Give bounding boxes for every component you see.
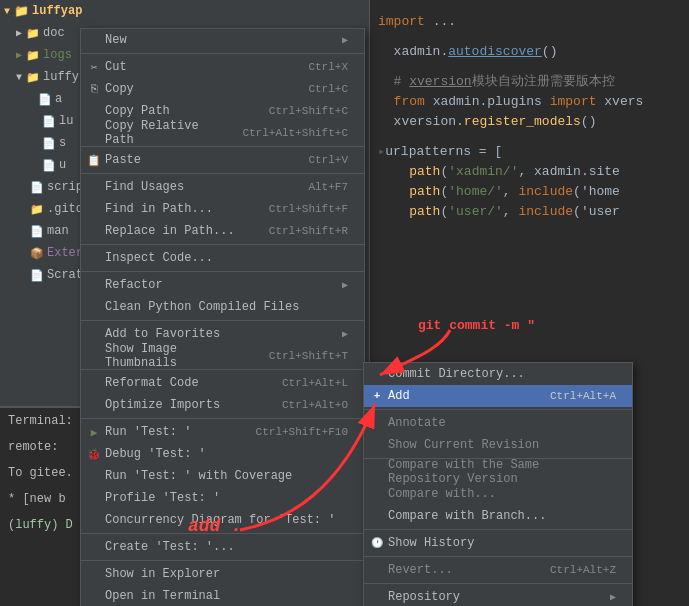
- git-submenu: Commit Directory... + Add Ctrl+Alt+A Ann…: [363, 362, 633, 606]
- menu-item-run-test[interactable]: ▶ Run 'Test: ' Ctrl+Shift+F10: [81, 421, 364, 443]
- menu-separator: [81, 418, 364, 419]
- menu-label: Copy Path: [105, 104, 170, 118]
- menu-label: Show Image Thumbnails: [105, 342, 249, 370]
- folder-icon: 📁: [30, 203, 44, 216]
- code-line: import ...: [370, 8, 689, 32]
- file-icon: 📄: [42, 159, 56, 172]
- menu-item-copy[interactable]: ⎘ Copy Ctrl+C: [81, 78, 364, 100]
- menu-item-revert[interactable]: Revert... Ctrl+Alt+Z: [364, 559, 632, 581]
- debug-icon: 🐞: [85, 448, 103, 461]
- shortcut-label: Ctrl+V: [308, 154, 348, 166]
- menu-label: Create 'Test: '...: [105, 540, 235, 554]
- git-commit-annotation: git commit -m ": [418, 318, 535, 333]
- code-line: from xadmin.plugins import xvers: [370, 92, 689, 112]
- menu-item-copy-relative-path[interactable]: Copy Relative Path Ctrl+Alt+Shift+C: [81, 122, 364, 144]
- menu-label: Find in Path...: [105, 202, 213, 216]
- menu-label: Clean Python Compiled Files: [105, 300, 299, 314]
- file-icon: 📄: [30, 181, 44, 194]
- menu-item-debug-test[interactable]: 🐞 Debug 'Test: ': [81, 443, 364, 465]
- shortcut-label: Ctrl+Shift+C: [269, 105, 348, 117]
- menu-label: Repository: [388, 590, 460, 604]
- folder-icon: 📁: [26, 49, 40, 62]
- folder-icon: 📁: [26, 27, 40, 40]
- menu-item-run-coverage[interactable]: Run 'Test: ' with Coverage: [81, 465, 364, 487]
- menu-item-add[interactable]: + Add Ctrl+Alt+A: [364, 385, 632, 407]
- menu-label: Inspect Code...: [105, 251, 213, 265]
- menu-label: Show History: [388, 536, 474, 550]
- menu-item-create-test[interactable]: Create 'Test: '...: [81, 536, 364, 558]
- menu-item-replace-in-path[interactable]: Replace in Path... Ctrl+Shift+R: [81, 220, 364, 242]
- menu-item-optimize-imports[interactable]: Optimize Imports Ctrl+Alt+O: [81, 394, 364, 416]
- menu-separator: [81, 244, 364, 245]
- shortcut-label: Ctrl+X: [308, 61, 348, 73]
- root-icon: 📁: [14, 4, 29, 19]
- menu-label: Run 'Test: ' with Coverage: [105, 469, 292, 483]
- menu-item-repository[interactable]: Repository ▶: [364, 586, 632, 606]
- menu-item-find-in-path[interactable]: Find in Path... Ctrl+Shift+F: [81, 198, 364, 220]
- code-line: path('user/', include('user: [370, 202, 689, 222]
- menu-item-show-thumbnails[interactable]: Show Image Thumbnails Ctrl+Shift+T: [81, 345, 364, 367]
- menu-item-show-history[interactable]: 🕐 Show History: [364, 532, 632, 554]
- menu-label: Replace in Path...: [105, 224, 235, 238]
- menu-label: New: [105, 33, 127, 47]
- file-icon: 📄: [30, 269, 44, 282]
- menu-label: Open in Terminal: [105, 589, 220, 603]
- code-line: xversion.register_models(): [370, 112, 689, 132]
- file-tree-root[interactable]: ▼ 📁 luffyap: [0, 0, 369, 22]
- menu-item-annotate[interactable]: Annotate: [364, 412, 632, 434]
- folder-icon: 📁: [26, 71, 40, 84]
- menu-item-refactor[interactable]: Refactor ▶: [81, 274, 364, 296]
- menu-item-show-in-explorer[interactable]: Show in Explorer: [81, 563, 364, 585]
- menu-label: Show Current Revision: [388, 438, 539, 452]
- submenu-arrow-icon: ▶: [342, 328, 348, 340]
- run-icon: ▶: [85, 426, 103, 439]
- menu-item-profile-test[interactable]: Profile 'Test: ': [81, 487, 364, 509]
- menu-item-find-usages[interactable]: Find Usages Alt+F7: [81, 176, 364, 198]
- menu-item-paste[interactable]: 📋 Paste Ctrl+V: [81, 149, 364, 171]
- shortcut-label: Ctrl+Alt+A: [550, 390, 616, 402]
- file-icon: 📄: [42, 115, 56, 128]
- menu-separator: [81, 53, 364, 54]
- menu-item-clean-py[interactable]: Clean Python Compiled Files: [81, 296, 364, 318]
- shortcut-label: Ctrl+Alt+O: [282, 399, 348, 411]
- menu-item-show-current-revision[interactable]: Show Current Revision: [364, 434, 632, 456]
- menu-item-compare-same-repo[interactable]: Compare with the Same Repository Version: [364, 461, 632, 483]
- submenu-arrow-icon: ▶: [342, 279, 348, 291]
- shortcut-label: Ctrl+Shift+F10: [256, 426, 348, 438]
- menu-item-new[interactable]: New ▶: [81, 29, 364, 51]
- menu-label: Compare with Branch...: [388, 509, 546, 523]
- menu-label: Debug 'Test: ': [105, 447, 206, 461]
- menu-label: Paste: [105, 153, 141, 167]
- menu-item-commit-dir[interactable]: Commit Directory...: [364, 363, 632, 385]
- menu-item-inspect-code[interactable]: Inspect Code...: [81, 247, 364, 269]
- history-icon: 🕐: [368, 537, 386, 549]
- menu-label: Show in Explorer: [105, 567, 220, 581]
- submenu-arrow-icon: ▶: [610, 591, 616, 603]
- menu-item-reformat-code[interactable]: Reformat Code Ctrl+Alt+L: [81, 372, 364, 394]
- menu-separator: [81, 271, 364, 272]
- code-line: ▸urlpatterns = [: [370, 142, 689, 162]
- submenu-arrow-icon: ▶: [342, 34, 348, 46]
- menu-separator: [81, 320, 364, 321]
- shortcut-label: Ctrl+Alt+L: [282, 377, 348, 389]
- menu-item-cut[interactable]: ✂ Cut Ctrl+X: [81, 56, 364, 78]
- code-line: path('home/', include('home: [370, 182, 689, 202]
- menu-separator: [81, 560, 364, 561]
- menu-separator: [364, 409, 632, 410]
- menu-item-compare-with[interactable]: Compare with...: [364, 483, 632, 505]
- file-icon: 📄: [30, 225, 44, 238]
- package-icon: 📦: [30, 247, 44, 260]
- menu-label: Compare with the Same Repository Version: [388, 458, 616, 486]
- shortcut-label: Ctrl+C: [308, 83, 348, 95]
- menu-separator: [364, 583, 632, 584]
- shortcut-label: Ctrl+Alt+Shift+C: [242, 127, 348, 139]
- menu-label: Profile 'Test: ': [105, 491, 220, 505]
- shortcut-label: Ctrl+Alt+Z: [550, 564, 616, 576]
- menu-label: Refactor: [105, 278, 163, 292]
- menu-item-open-in-terminal[interactable]: Open in Terminal: [81, 585, 364, 606]
- code-line: path('xadmin/', xadmin.site: [370, 162, 689, 182]
- add-annotation: add .: [188, 516, 242, 536]
- shortcut-label: Alt+F7: [308, 181, 348, 193]
- menu-label: Compare with...: [388, 487, 496, 501]
- menu-item-compare-branch[interactable]: Compare with Branch...: [364, 505, 632, 527]
